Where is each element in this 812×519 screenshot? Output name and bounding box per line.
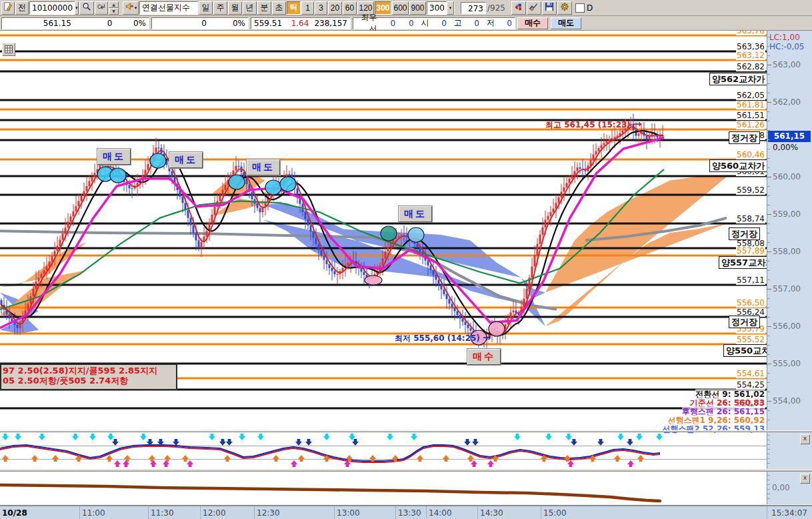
interval-3-button[interactable]: 3 <box>315 1 327 15</box>
toolbar-spacer <box>506 1 511 15</box>
price-axis[interactable]: LC:1,00 HC:-0,05 561,15 0,00% x x 0,00 -… <box>767 31 812 506</box>
y-axis-minor-tick <box>767 223 770 224</box>
quote-value: 561.15 <box>2 19 74 28</box>
time-axis-separator <box>148 506 149 519</box>
return-icon: C <box>97 2 106 13</box>
settings-gear-button[interactable] <box>557 1 572 15</box>
period-day-button[interactable]: 일 <box>199 1 213 15</box>
y-axis-tick-mark <box>767 401 771 402</box>
save-button[interactable] <box>542 1 557 15</box>
combo-value: 10100000 <box>30 3 75 13</box>
y-axis-minor-tick <box>767 242 770 243</box>
interval-combo[interactable]: 300▾ <box>427 1 455 15</box>
d-checkbox[interactable]: D <box>575 3 593 13</box>
speaker-button[interactable]: ▾ <box>123 1 139 15</box>
return-button[interactable]: C <box>95 1 108 15</box>
period-month-button[interactable]: 월 <box>228 1 242 15</box>
y-axis-tick-mark <box>767 65 771 65</box>
edit-note-button[interactable] <box>1 1 15 15</box>
quote-value: 0 <box>380 19 399 28</box>
panel-axis-tick <box>767 484 770 485</box>
checkbox[interactable] <box>575 3 585 13</box>
time-axis-tick-label: 13:30 <box>398 508 421 518</box>
signal-panel-graphics <box>0 434 767 467</box>
time-axis-tick-label: 11:30 <box>151 508 174 518</box>
y-axis-minor-tick <box>767 205 770 205</box>
quote-value: 0% <box>115 19 149 28</box>
y-axis-minor-tick <box>767 149 770 149</box>
spin-control[interactable]: ▲▼ <box>109 1 119 15</box>
toolbar-spacer <box>455 1 461 15</box>
period-week-button[interactable]: 주 <box>213 1 227 15</box>
svg-text:C: C <box>97 3 101 10</box>
low-panel-close-button[interactable]: x <box>800 474 810 484</box>
splitter-main-mid[interactable] <box>0 430 812 432</box>
interval-900-button[interactable]: 900 <box>409 1 426 15</box>
save-icon <box>545 2 554 13</box>
interval-1-button[interactable]: 1 <box>301 1 314 15</box>
pin-chart-button[interactable] <box>511 1 526 15</box>
time-axis-separator <box>200 506 201 519</box>
period-tick-button[interactable]: 틱 <box>287 1 301 15</box>
panel-axis-tick <box>767 435 770 436</box>
quote-value: 0% <box>209 19 248 28</box>
period-second-button[interactable]: 초 <box>272 1 286 15</box>
instrument-name-field[interactable]: 연결선물지수 <box>139 1 198 15</box>
lc-value: LC:1,00 <box>769 33 800 42</box>
bar-total-label: /925 <box>487 3 505 13</box>
y-axis-minor-tick <box>767 186 770 187</box>
buy-button[interactable]: 매수 <box>517 17 548 29</box>
y-axis-minor-tick <box>767 420 770 420</box>
interval-600-button[interactable]: 600 <box>392 1 409 15</box>
combo-value: 300 <box>427 3 447 13</box>
time-axis-tick-label: 15:00 <box>543 508 567 518</box>
sell-button[interactable]: 매도 <box>551 17 581 29</box>
panel-axis-tick <box>767 494 770 494</box>
y-axis-minor-tick <box>767 74 770 75</box>
y-axis-tick-mark <box>767 102 771 103</box>
panel-axis-tick <box>767 498 770 499</box>
mid-panel-close-button[interactable]: x <box>800 434 810 444</box>
y-axis-minor-tick <box>767 46 770 47</box>
quote-label: 시 <box>417 17 432 29</box>
search-button[interactable] <box>79 1 94 15</box>
y-axis-minor-tick <box>767 93 770 93</box>
quote-value: 559.51 <box>251 19 285 28</box>
quote-field-4: 최우선00시0고0저0 <box>353 17 515 29</box>
y-axis-minor-tick <box>767 233 770 233</box>
time-axis: 15:34:07 10/2811:0011:3012:0012:3013:001… <box>0 506 812 519</box>
quote-field-1: 561.1500% <box>1 17 149 29</box>
grid-toggle-button[interactable] <box>2 43 15 56</box>
current-price-badge: 561,15 <box>768 131 811 142</box>
splitter-mid-low[interactable] <box>0 469 812 472</box>
mid-panel-axis-label: 0,00 <box>772 483 790 492</box>
prev-button[interactable]: 전 <box>15 1 29 15</box>
quote-field-2: 00% <box>151 17 249 29</box>
y-axis-minor-tick <box>767 298 770 299</box>
y-axis-minor-tick <box>767 317 770 318</box>
quote-value: 0 <box>398 19 417 28</box>
y-axis-minor-tick <box>767 373 770 374</box>
panel-axis-tick <box>767 475 770 476</box>
period-year-button[interactable]: 년 <box>243 1 257 15</box>
chart-canvas[interactable] <box>0 31 767 506</box>
indicator-chart-button[interactable] <box>527 1 541 15</box>
y-axis-tick-label: 555,00 <box>773 359 801 368</box>
pin-chart-icon <box>513 2 523 13</box>
y-axis-minor-tick <box>767 410 770 411</box>
quote-value: 0 <box>432 19 449 28</box>
interval-20-button[interactable]: 20 <box>328 1 342 15</box>
spin-up-button[interactable]: ▲ <box>109 1 119 8</box>
panel-axis-tick <box>767 458 770 459</box>
y-axis-tick-mark <box>767 177 771 177</box>
time-axis-tick-label: 13:00 <box>337 508 360 518</box>
spin-down-button[interactable]: ▼ <box>109 8 119 15</box>
y-axis-tick-mark <box>767 364 771 364</box>
bar-count-field[interactable]: 273 <box>461 2 486 14</box>
y-axis-tick-label: 556,00 <box>773 322 801 331</box>
y-axis-tick-label: 554,00 <box>773 396 801 406</box>
period-minute-button[interactable]: 분 <box>257 1 271 15</box>
quote-bar: 561.1500%00%559.511.64238,157최우선00시0고0저0… <box>0 16 812 31</box>
code-combo[interactable]: 10100000▾ <box>29 1 79 15</box>
y-axis-minor-tick <box>767 308 770 308</box>
